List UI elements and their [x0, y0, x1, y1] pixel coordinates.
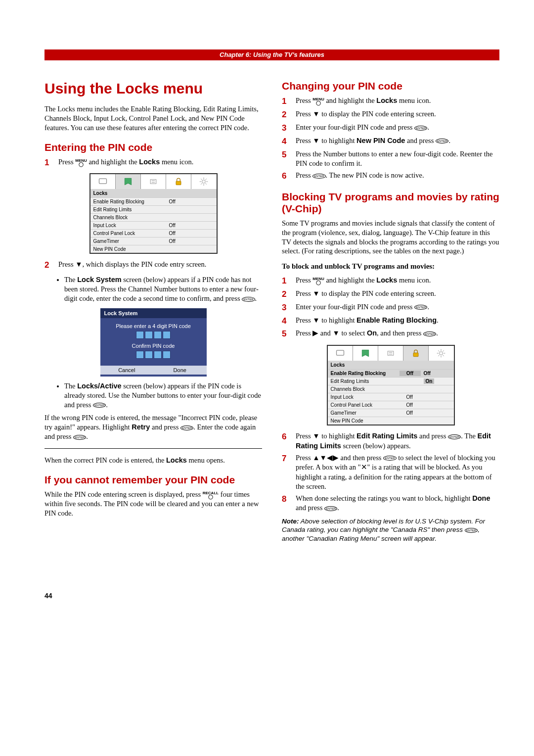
to-block-heading: To block and unblock TV programs and mov…	[282, 262, 499, 272]
svg-rect-14	[336, 351, 344, 356]
menu-item-option-selected: On	[424, 378, 435, 384]
enter-button-icon: ENTER	[312, 174, 325, 179]
svg-rect-0	[99, 179, 106, 184]
subsection-entering-pin: Entering the PIN code	[44, 142, 262, 153]
menu-item-value: Off	[406, 394, 424, 400]
subsection-change-pin: Changing your PIN code	[282, 80, 499, 92]
step-number: 2	[282, 289, 296, 300]
menu-item-label: GameTimer	[331, 410, 406, 416]
step-number: 5	[282, 149, 296, 161]
step-number: 3	[282, 123, 296, 134]
right-column: Changing your PIN code 1Press MENU◯ and …	[282, 75, 499, 547]
enter-button-icon: ENTER	[73, 435, 86, 440]
step-number: 3	[282, 302, 296, 314]
svg-line-10	[201, 179, 203, 181]
bullet-lock-system: The Lock System screen (below) appears i…	[64, 275, 262, 303]
menu-item-label: Input Lock	[93, 223, 169, 228]
svg-line-12	[201, 184, 203, 185]
menu-item-value: Off	[400, 371, 421, 376]
step-number: 5	[282, 329, 296, 340]
recall-button-icon: RECALL◯	[203, 491, 219, 499]
enter-button-icon: ENTER	[414, 126, 427, 131]
svg-line-13	[206, 179, 207, 181]
step-number: 7	[282, 453, 296, 465]
step-text: Press ▼ to highlight Enable Rating Block…	[296, 316, 499, 326]
step-text: Press ▼ to highlight Edit Rating Limits …	[296, 431, 499, 451]
locks-menu-screenshot: Locks Enable Rating BlockingOff Edit Rat…	[89, 173, 218, 254]
enter-button-icon: ENTER	[242, 297, 255, 302]
step-text: Enter your four-digit PIN code and press…	[296, 302, 499, 312]
svg-rect-15	[388, 351, 394, 355]
step-number: 4	[282, 316, 296, 327]
locks-menu-screenshot-2: Locks Enable Rating BlockingOffOff Edit …	[327, 345, 455, 425]
step-number: 1	[282, 276, 296, 287]
note-paragraph: Note: Above selection of blocking level …	[282, 517, 499, 543]
menu-item-label: Control Panel Lock	[93, 231, 169, 236]
step-number: 4	[282, 136, 296, 147]
menu-title: Locks	[90, 189, 217, 197]
menu-item-label: Enable Rating Blocking	[331, 371, 400, 376]
step-text: Press ▼ to display the PIN code entering…	[296, 289, 499, 299]
menu-title: Locks	[328, 361, 454, 369]
section-title: Using the Locks menu	[44, 80, 262, 97]
divider	[44, 448, 262, 449]
step-number: 6	[282, 431, 296, 443]
pin-entry-boxes	[104, 331, 203, 339]
svg-point-5	[202, 180, 206, 184]
svg-line-27	[443, 351, 445, 352]
pin-confirm-boxes	[104, 351, 203, 359]
page-number: 44	[44, 592, 499, 600]
subsection-forgot-pin: If you cannot remember your PIN code	[44, 474, 262, 486]
step-text: Press MENU◯ and highlight the Locks menu…	[58, 157, 262, 167]
svg-rect-18	[413, 353, 418, 357]
chapter-header: Chapter 6: Using the TV's features	[44, 49, 499, 60]
menu-item-label: Channels Block	[331, 386, 406, 392]
menu-item-option: Off	[421, 371, 451, 376]
step-text: Press ▼ to display the PIN code entering…	[296, 109, 499, 119]
menu-item-label: New PIN Code	[331, 418, 406, 424]
enter-button-icon: ENTER	[465, 528, 478, 533]
menu-item-value: Off	[169, 223, 186, 228]
enter-button-icon: ENTER	[93, 403, 106, 408]
menu-item-label: New PIN Code	[93, 246, 169, 252]
step-text: When done selecting the ratings you want…	[296, 494, 499, 513]
menu-item-label: Channels Block	[93, 215, 169, 220]
step-text: Press ▶ and ▼ to select On, and then pre…	[296, 329, 499, 338]
menu-item-value: Off	[169, 199, 186, 204]
step-text: Press MENU◯ and highlight the Locks menu…	[296, 276, 499, 285]
svg-line-25	[443, 355, 445, 357]
vchip-intro: Some TV programs and movies include sign…	[282, 219, 499, 256]
step-text: Enter your four-digit PIN code and press…	[296, 123, 499, 133]
menu-tab-lock-icon	[166, 174, 191, 189]
forgot-pin-paragraph: While the PIN code entering screen is di…	[44, 490, 262, 518]
menu-item-value: Off	[406, 402, 424, 408]
step-text: Press ENTER. The new PIN code is now act…	[296, 171, 499, 181]
step-text: Press ▼ to highlight New PIN Code and pr…	[296, 136, 499, 146]
menu-item-value: Off	[169, 231, 186, 236]
enter-button-icon: ENTER	[324, 506, 337, 511]
step-number: 1	[282, 96, 296, 107]
enter-button-icon: ENTER	[383, 456, 396, 461]
step-number: 8	[282, 494, 296, 505]
menu-item-label: Control Panel Lock	[331, 402, 406, 408]
menu-button-icon: MENU◯	[312, 277, 324, 284]
lock-system-line2: Confirm PIN code	[104, 343, 203, 349]
menu-item-value: Off	[169, 238, 186, 244]
menu-item-label: Edit Rating Limits	[93, 207, 169, 212]
bullet-locks-active: The Locks/Active screen (below) appears …	[64, 381, 262, 410]
lock-system-title: Lock System	[100, 308, 207, 318]
enter-button-icon: ENTER	[448, 434, 461, 439]
menu-tab-settings-icon	[429, 346, 453, 361]
cancel-button: Cancel	[100, 366, 154, 375]
svg-line-24	[439, 351, 440, 352]
menu-item-label: Edit Rating Limits	[331, 378, 406, 384]
correct-pin-paragraph: When the correct PIN code is entered, th…	[44, 456, 262, 465]
step-text: Press ▼, which displays the PIN code ent…	[58, 260, 262, 270]
menu-tab-locks-icon	[353, 346, 378, 361]
enter-button-icon: ENTER	[436, 139, 448, 143]
menu-item-label: GameTimer	[93, 238, 169, 244]
enter-button-icon: ENTER	[180, 425, 193, 430]
done-button: Done	[153, 366, 207, 375]
lock-system-line1: Please enter a 4 digit PIN code	[104, 323, 203, 329]
menu-tab-settings-icon	[191, 174, 216, 189]
